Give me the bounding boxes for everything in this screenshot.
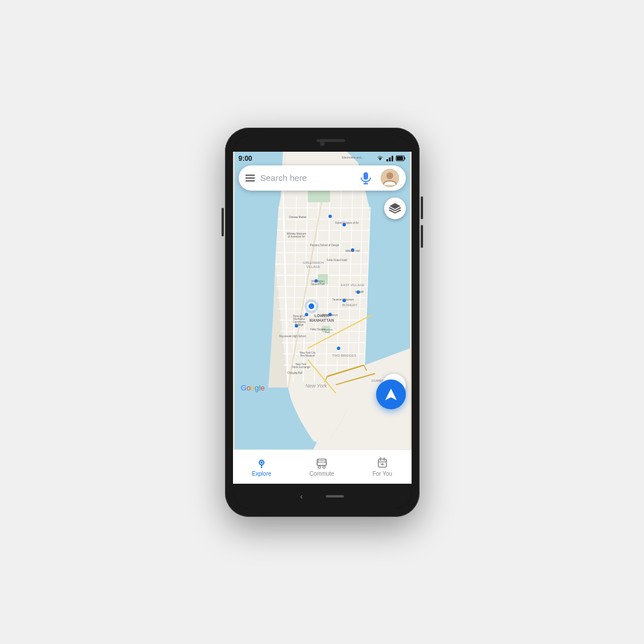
svg-text:TWO BRIDGES: TWO BRIDGES xyxy=(332,354,356,357)
svg-rect-88 xyxy=(389,157,390,161)
phone-screen-container: GREENWICH VILLAGE LOWER MANHATTAN BOWERY… xyxy=(233,136,412,509)
google-logo: Google xyxy=(241,384,265,392)
svg-point-115 xyxy=(323,466,325,468)
front-camera xyxy=(320,141,325,146)
svg-text:Square Park: Square Park xyxy=(310,282,325,285)
nav-commute[interactable]: Commute xyxy=(301,453,343,480)
current-location-dot xyxy=(307,302,316,311)
svg-text:GREENWICH: GREENWICH xyxy=(303,261,324,264)
battery-icon xyxy=(396,155,406,161)
commute-icon xyxy=(315,457,328,469)
svg-text:Stock Exchange: Stock Exchange xyxy=(291,365,310,368)
search-placeholder[interactable]: Search here xyxy=(260,173,351,183)
phone-device: GREENWICH VILLAGE LOWER MANHATTAN BOWERY… xyxy=(225,128,420,517)
status-bar: 9:00 xyxy=(233,152,412,165)
status-icons xyxy=(376,155,406,161)
svg-point-114 xyxy=(318,466,321,468)
svg-text:STOMP: STOMP xyxy=(354,291,364,294)
signal-icon xyxy=(386,155,394,161)
for-you-label: For You xyxy=(373,471,392,477)
search-bar[interactable]: Search here xyxy=(239,165,406,191)
explore-label: Explore xyxy=(252,471,271,477)
svg-text:Fire Museum: Fire Museum xyxy=(300,354,315,357)
svg-marker-98 xyxy=(390,203,400,209)
power-button[interactable] xyxy=(222,208,224,236)
layers-icon xyxy=(389,202,401,215)
logo-letter-o1: o xyxy=(247,384,251,392)
map-area[interactable]: GREENWICH VILLAGE LOWER MANHATTAN BOWERY… xyxy=(233,152,412,449)
svg-rect-91 xyxy=(404,157,405,160)
svg-text:Webster Hall: Webster Hall xyxy=(345,249,359,252)
mic-button[interactable] xyxy=(357,169,375,187)
back-button[interactable]: ‹ xyxy=(300,492,303,501)
nav-for-you[interactable]: For You xyxy=(364,453,401,480)
svg-point-111 xyxy=(260,461,263,464)
svg-text:Stuyvesant High School: Stuyvesant High School xyxy=(279,334,306,337)
earpiece-speaker xyxy=(317,139,345,142)
volume-up-button[interactable] xyxy=(421,196,423,219)
svg-text:VILLAGE: VILLAGE xyxy=(306,265,321,268)
phone-notch xyxy=(233,136,412,152)
svg-text:New Museum: New Museum xyxy=(322,314,338,317)
layer-button[interactable] xyxy=(384,197,406,219)
nav-explore[interactable]: Explore xyxy=(243,453,280,480)
user-avatar[interactable] xyxy=(381,169,399,187)
svg-text:of American Art: of American Art xyxy=(287,235,305,238)
svg-rect-89 xyxy=(392,156,393,161)
svg-text:Park: Park xyxy=(325,330,329,333)
svg-point-97 xyxy=(386,172,393,179)
svg-text:New York: New York xyxy=(305,383,327,389)
for-you-icon xyxy=(376,457,389,469)
logo-letter-e: e xyxy=(260,384,264,392)
menu-icon[interactable] xyxy=(246,175,255,181)
svg-text:Tenement Museum: Tenement Museum xyxy=(332,298,354,301)
svg-rect-92 xyxy=(397,156,403,160)
svg-text:Chelsea Market: Chelsea Market xyxy=(289,215,307,218)
svg-text:College: College xyxy=(295,323,303,326)
svg-text:Charging Bull: Charging Bull xyxy=(287,371,302,374)
volume-down-button[interactable] xyxy=(421,225,423,248)
svg-rect-93 xyxy=(364,172,368,180)
bottom-navigation: Explore Commute xyxy=(233,449,412,484)
avatar-image xyxy=(381,169,399,187)
system-bar: ‹ xyxy=(233,484,412,509)
home-indicator[interactable] xyxy=(326,495,344,497)
svg-text:EAST VILLAGE: EAST VILLAGE xyxy=(341,283,364,287)
svg-text:Rubin Museum of Art: Rubin Museum of Art xyxy=(335,221,359,224)
navigate-icon xyxy=(384,387,398,402)
explore-icon xyxy=(255,457,268,469)
svg-point-50 xyxy=(328,214,331,218)
svg-marker-108 xyxy=(385,389,397,400)
search-bar-container: Search here xyxy=(239,165,406,191)
microphone-icon xyxy=(361,172,371,184)
commute-label: Commute xyxy=(310,471,334,477)
svg-rect-87 xyxy=(386,159,388,161)
app-screen: GREENWICH VILLAGE LOWER MANHATTAN BOWERY… xyxy=(233,152,412,484)
status-time: 9:00 xyxy=(239,155,252,163)
logo-letter-o2: o xyxy=(251,384,255,392)
svg-text:MANHATTAN: MANHATTAN xyxy=(309,318,334,322)
navigate-button[interactable] xyxy=(376,380,406,409)
svg-text:Parsons School of Design: Parsons School of Design xyxy=(310,243,339,246)
logo-letter-g: G xyxy=(241,384,247,392)
svg-point-57 xyxy=(337,346,340,350)
wifi-icon xyxy=(376,155,384,161)
svg-text:SoHo Grand Hotel: SoHo Grand Hotel xyxy=(326,259,347,262)
svg-text:BOWERY: BOWERY xyxy=(342,303,357,306)
